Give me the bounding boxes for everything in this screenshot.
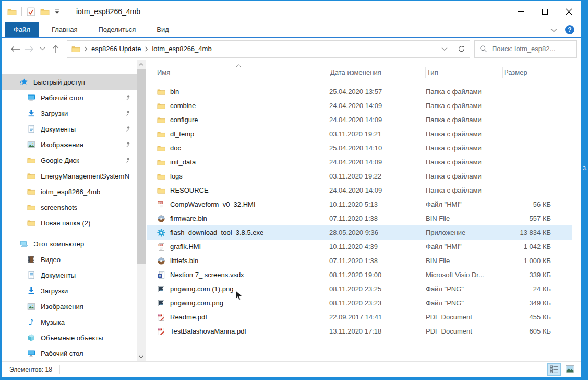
file-row[interactable]: RESOURCE 24.04.2020 14:09 Папка с файлам… (147, 183, 572, 197)
folder-icon (157, 158, 166, 167)
file-date: 24.04.2020 14:09 (329, 158, 426, 166)
png-file-icon (157, 299, 166, 307)
file-type: Файл "HMI" (426, 200, 503, 208)
folder-icon[interactable] (40, 8, 50, 16)
file-row[interactable]: VNextion 7_ screens.vsdx 08.11.2020 19:0… (147, 268, 572, 282)
folder-icon (157, 116, 166, 124)
expand-ribbon-chevron-icon[interactable] (550, 25, 557, 34)
breadcrumb-chevron-icon[interactable] (84, 46, 88, 52)
column-headers: Имя Дата изменения Тип Размер (147, 65, 572, 80)
breadcrumb-segment[interactable]: iotm_esp8266_4mb (152, 45, 211, 53)
tab-home[interactable]: Главная (43, 22, 86, 37)
file-row[interactable]: combine 24.04.2020 14:09 Папка с файлами (147, 99, 572, 113)
recent-locations-chevron-icon[interactable] (35, 41, 49, 57)
file-size: 339 КБ (503, 271, 557, 279)
file-row[interactable]: HMICompWaveform_v0_32.HMI 10.11.2020 5:1… (147, 197, 572, 211)
file-row[interactable]: PDFReadme.pdf 22.09.2017 14:41 PDF Docum… (147, 310, 572, 324)
file-row[interactable]: init_data 24.04.2020 14:09 Папка с файла… (147, 155, 572, 169)
pdf-file-icon: PDF (157, 327, 166, 336)
quick-access-toolbar: iotm_esp8266_4mb (2, 7, 509, 16)
folder-icon (27, 156, 36, 164)
search-box[interactable] (474, 40, 577, 58)
sidebar-item[interactable]: Загрузки (2, 283, 137, 299)
file-row[interactable]: flash_download_tool_3.8.5.exe 28.05.2020… (147, 225, 572, 240)
sidebar-item-label: screenshots (41, 204, 77, 211)
scrollbar-thumb[interactable] (137, 69, 146, 264)
file-row[interactable]: logs 03.11.2020 19:22 Папка с файлами (147, 169, 572, 183)
sidebar-item[interactable]: Музыка (2, 314, 137, 330)
back-button[interactable] (8, 41, 22, 57)
file-type: Файл "HMI" (426, 243, 503, 251)
forward-button[interactable] (22, 41, 35, 57)
breadcrumb-chevron-icon[interactable] (145, 46, 148, 52)
up-button[interactable] (49, 41, 63, 57)
desktop-pc-icon (27, 93, 36, 102)
scrollbar-down-icon[interactable] (137, 352, 146, 361)
search-input[interactable] (492, 45, 571, 53)
file-name: firmware.bin (170, 215, 207, 222)
file-row[interactable]: pngwing.com.png 08.11.2020 23:23 Файл "P… (147, 296, 572, 310)
column-header-name[interactable]: Имя (157, 67, 329, 78)
file-row[interactable]: bin 25.04.2020 13:57 Папка с файлами (147, 85, 572, 99)
sidebar-item[interactable]: Загрузки (2, 105, 137, 121)
sidebar-item-label: EnergyManagementSystemN (41, 172, 129, 180)
file-size: 13 834 КБ (503, 229, 557, 236)
refresh-button[interactable] (453, 41, 470, 57)
file-row[interactable]: configure 24.04.2020 14:09 Папка с файла… (147, 113, 572, 127)
sidebar-scrollbar[interactable] (137, 60, 146, 361)
address-dropdown-chevron-icon[interactable] (436, 41, 453, 57)
sidebar-item[interactable]: Рабочий стол (2, 346, 137, 361)
details-view-button[interactable] (547, 363, 561, 376)
sidebar-item[interactable]: Объемные объекты (2, 330, 137, 346)
pictures-icon (27, 302, 36, 311)
file-row[interactable]: PDFTestBalashovaMarina.pdf 13.11.2020 17… (147, 324, 572, 338)
file-row[interactable]: littlefs.bin 07.11.2020 1:38 BIN File 1 … (147, 254, 572, 268)
pictures-icon (27, 140, 36, 149)
customize-chevron-icon[interactable] (54, 9, 60, 14)
explorer-window: iotm_esp8266_4mb Файл Главная Поделиться… (2, 1, 581, 377)
file-date: 10.11.2020 5:13 (329, 200, 426, 208)
close-button[interactable] (557, 1, 581, 22)
folder-icon[interactable] (7, 8, 17, 16)
sidebar-item[interactable]: Документы (2, 121, 137, 137)
tab-file[interactable]: Файл (5, 22, 39, 37)
minimize-button[interactable] (509, 1, 533, 22)
sidebar-item[interactable]: Новая папка (2) (2, 215, 137, 231)
file-row[interactable]: pngwing.com (1).png 08.11.2020 23:25 Фай… (147, 282, 572, 296)
tab-view[interactable]: Вид (148, 22, 177, 37)
sidebar-item[interactable]: iotm_esp8266_4mb (2, 184, 137, 199)
tab-share[interactable]: Поделиться (90, 22, 144, 37)
sidebar-item[interactable]: Рабочий стол (2, 90, 137, 105)
file-row[interactable]: HMIgrafik.HMI 10.11.2020 4:39 Файл "HMI"… (147, 240, 572, 254)
file-row[interactable]: dl_temp 03.11.2020 19:21 Папка с файлами (147, 127, 572, 141)
sidebar-item[interactable]: Документы (2, 267, 137, 283)
file-name: pngwing.com (1).png (170, 285, 233, 293)
computer-icon (20, 240, 29, 248)
large-icons-view-button[interactable] (563, 363, 577, 376)
file-row[interactable]: firmware.bin 07.11.2020 1:38 BIN File 55… (147, 211, 572, 225)
sidebar-item[interactable]: Этот компьютер (2, 236, 137, 252)
scrollbar-up-icon[interactable] (137, 60, 146, 68)
minimize-icon (518, 11, 524, 12)
sidebar-item[interactable]: Видео (2, 252, 137, 267)
file-row[interactable]: doc 25.04.2020 14:10 Папка с файлами (147, 141, 572, 155)
file-name: CompWaveform_v0_32.HMI (170, 200, 256, 208)
file-date: 07.11.2020 1:38 (329, 215, 426, 222)
maximize-button[interactable] (533, 1, 557, 22)
help-button[interactable]: ? (565, 25, 574, 34)
sidebar-item[interactable]: Быстрый доступ (2, 74, 137, 90)
sidebar-item[interactable]: Изображения (2, 299, 137, 314)
address-bar[interactable]: esp8266 Update iotm_esp8266_4mb (67, 40, 470, 58)
sidebar-item[interactable]: Google Диск (2, 152, 137, 168)
breadcrumb-segment[interactable]: esp8266 Update (91, 45, 141, 53)
column-header-type[interactable]: Тип (426, 67, 503, 78)
column-header-date[interactable]: Дата изменения (329, 67, 426, 78)
quick-access-icon (20, 78, 29, 86)
folder-icon (157, 172, 166, 181)
details-view-icon (550, 365, 559, 373)
column-header-size[interactable]: Размер (503, 67, 557, 78)
checkbox-icon[interactable] (27, 7, 35, 16)
sidebar-item[interactable]: screenshots (2, 199, 137, 215)
sidebar-item[interactable]: Изображения (2, 137, 137, 152)
sidebar-item[interactable]: EnergyManagementSystemN (2, 168, 137, 184)
